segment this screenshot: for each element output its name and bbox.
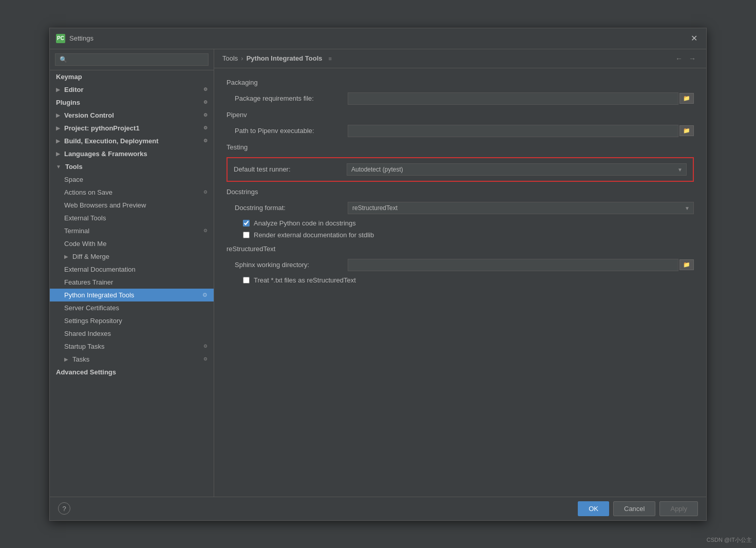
pipenv-path-label: Path to Pipenv executable: (235, 127, 348, 135)
chevron-right-icon: ▶ (56, 125, 60, 131)
chevron-right-icon: ▶ (56, 112, 60, 118)
package-requirements-browse-button[interactable]: 📁 (679, 93, 694, 104)
breadcrumb-icon: ≡ (329, 55, 332, 62)
settings-icon: ⚙ (203, 190, 207, 195)
sidebar-item-shared-indexes[interactable]: Shared Indexes (50, 327, 214, 340)
help-button[interactable]: ? (58, 502, 70, 515)
sidebar-item-tasks[interactable]: ▶ Tasks ⚙ (50, 353, 214, 366)
pipenv-header: Pipenv (226, 111, 694, 119)
sidebar-item-keymap[interactable]: Keymap (50, 70, 214, 83)
back-button[interactable]: ← (673, 53, 685, 64)
sphinx-dir-field: 📁 (348, 259, 694, 271)
close-button[interactable]: ✕ (688, 32, 700, 45)
app-icon: PC (56, 34, 65, 43)
chevron-right-icon: ▶ (64, 356, 68, 362)
sidebar-item-plugins[interactable]: Plugins ⚙ (50, 96, 214, 109)
treat-txt-row: Treat *.txt files as reStructuredText (226, 276, 694, 284)
sidebar-item-editor[interactable]: ▶ Editor ⚙ (50, 83, 214, 96)
main-content: Tools › Python Integrated Tools ≡ ← → Pa… (214, 49, 706, 497)
title-bar-left: PC Settings (56, 34, 93, 43)
docstrings-header: Docstrings (226, 188, 694, 196)
sidebar: Keymap ▶ Editor ⚙ Plugins ⚙ ▶ Version Co… (50, 49, 214, 497)
chevron-right-icon: ▶ (56, 138, 60, 144)
sidebar-item-startup-tasks[interactable]: Startup Tasks ⚙ (50, 340, 214, 353)
default-runner-label: Default test runner: (234, 165, 347, 173)
cancel-button[interactable]: Cancel (613, 501, 655, 516)
sidebar-item-tools[interactable]: ▼ Tools (50, 160, 214, 173)
testing-section: Default test runner: Autodetect (pytest)… (226, 157, 694, 182)
sidebar-item-build[interactable]: ▶ Build, Execution, Deployment ⚙ (50, 135, 214, 147)
pipenv-path-row: Path to Pipenv executable: 📁 (226, 125, 694, 137)
sidebar-item-project[interactable]: ▶ Project: pythonProject1 ⚙ (50, 122, 214, 135)
treat-txt-checkbox[interactable] (243, 277, 250, 284)
footer-right: OK Cancel Apply (578, 501, 698, 516)
analyze-docstrings-label: Analyze Python code in docstrings (254, 219, 356, 227)
search-box (50, 49, 214, 70)
sidebar-item-server-certificates[interactable]: Server Certificates (50, 301, 214, 314)
sidebar-item-settings-repository[interactable]: Settings Repository (50, 314, 214, 327)
sidebar-item-terminal[interactable]: Terminal ⚙ (50, 224, 214, 237)
default-runner-select[interactable]: Autodetect (pytest) pytest unittest nose (347, 163, 687, 176)
chevron-right-icon: ▶ (56, 87, 60, 92)
docstring-format-select-wrapper: reStructuredText Epytext Google NumPy Pl… (348, 202, 694, 214)
pipenv-path-input[interactable] (348, 125, 678, 137)
settings-icon: ⚙ (203, 228, 207, 233)
sidebar-item-python-integrated-tools[interactable]: Python Integrated Tools ⚙ (50, 289, 214, 301)
sidebar-item-advanced-settings[interactable]: Advanced Settings (50, 366, 214, 379)
footer-left: ? (58, 502, 70, 515)
sidebar-item-external-doc[interactable]: External Documentation (50, 263, 214, 276)
sidebar-item-web-browsers[interactable]: Web Browsers and Preview (50, 199, 214, 212)
settings-icon: ⚙ (202, 292, 207, 298)
settings-icon: ⚙ (203, 138, 207, 143)
chevron-right-icon: ▶ (64, 254, 68, 259)
sphinx-dir-browse-button[interactable]: 📁 (679, 259, 694, 270)
analyze-docstrings-row: Analyze Python code in docstrings (226, 219, 694, 227)
title-bar: PC Settings ✕ (50, 28, 706, 49)
sidebar-item-actions-on-save[interactable]: Actions on Save ⚙ (50, 186, 214, 199)
pipenv-path-field: 📁 (348, 125, 694, 137)
settings-icon: ⚙ (203, 344, 207, 349)
content-area: Packaging Package requirements file: 📁 P… (214, 68, 706, 497)
breadcrumb-separator: › (241, 54, 243, 62)
apply-button[interactable]: Apply (659, 501, 698, 516)
ok-button[interactable]: OK (578, 501, 609, 516)
chevron-down-icon: ▼ (56, 164, 61, 169)
settings-dialog: PC Settings ✕ Keymap ▶ Editor ⚙ (49, 28, 707, 521)
render-external-row: Render external documentation for stdlib (226, 231, 694, 239)
sidebar-item-diff-merge[interactable]: ▶ Diff & Merge (50, 250, 214, 263)
sidebar-item-external-tools[interactable]: External Tools (50, 212, 214, 224)
docstring-format-select[interactable]: reStructuredText Epytext Google NumPy Pl… (348, 202, 694, 214)
breadcrumb-current: Python Integrated Tools (247, 54, 323, 62)
settings-icon: ⚙ (203, 356, 207, 362)
sphinx-dir-input[interactable] (348, 259, 678, 271)
render-external-checkbox[interactable] (243, 232, 250, 238)
dialog-body: Keymap ▶ Editor ⚙ Plugins ⚙ ▶ Version Co… (50, 49, 706, 497)
packaging-header: Packaging (226, 79, 694, 86)
breadcrumb: Tools › Python Integrated Tools ≡ (222, 54, 332, 62)
restructuredtext-header: reStructuredText (226, 245, 694, 253)
docstring-format-label: Docstring format: (235, 204, 348, 212)
watermark: CSDN @IT小公主 (707, 536, 752, 544)
sidebar-item-languages[interactable]: ▶ Languages & Frameworks (50, 147, 214, 160)
settings-icon: ⚙ (203, 125, 207, 130)
nav-buttons: ← → (673, 53, 698, 64)
package-requirements-label: Package requirements file: (235, 95, 348, 102)
sidebar-item-features-trainer[interactable]: Features Trainer (50, 276, 214, 289)
dialog-title: Settings (69, 34, 93, 42)
search-input[interactable] (55, 53, 209, 66)
package-requirements-row: Package requirements file: 📁 (226, 92, 694, 105)
sidebar-item-version-control[interactable]: ▶ Version Control ⚙ (50, 109, 214, 122)
pipenv-path-browse-button[interactable]: 📁 (679, 125, 694, 136)
sidebar-item-code-with-me[interactable]: Code With Me (50, 237, 214, 250)
sphinx-dir-label: Sphinx working directory: (235, 261, 348, 269)
package-requirements-input[interactable] (348, 92, 678, 105)
dialog-footer: ? OK Cancel Apply (50, 497, 706, 520)
settings-icon: ⚙ (203, 112, 207, 118)
settings-icon: ⚙ (203, 87, 207, 92)
analyze-docstrings-checkbox[interactable] (243, 220, 250, 226)
default-runner-row: Default test runner: Autodetect (pytest)… (234, 163, 687, 176)
sidebar-item-space[interactable]: Space (50, 173, 214, 186)
package-requirements-field: 📁 (348, 92, 694, 105)
testing-header: Testing (226, 143, 694, 151)
forward-button[interactable]: → (687, 53, 698, 64)
